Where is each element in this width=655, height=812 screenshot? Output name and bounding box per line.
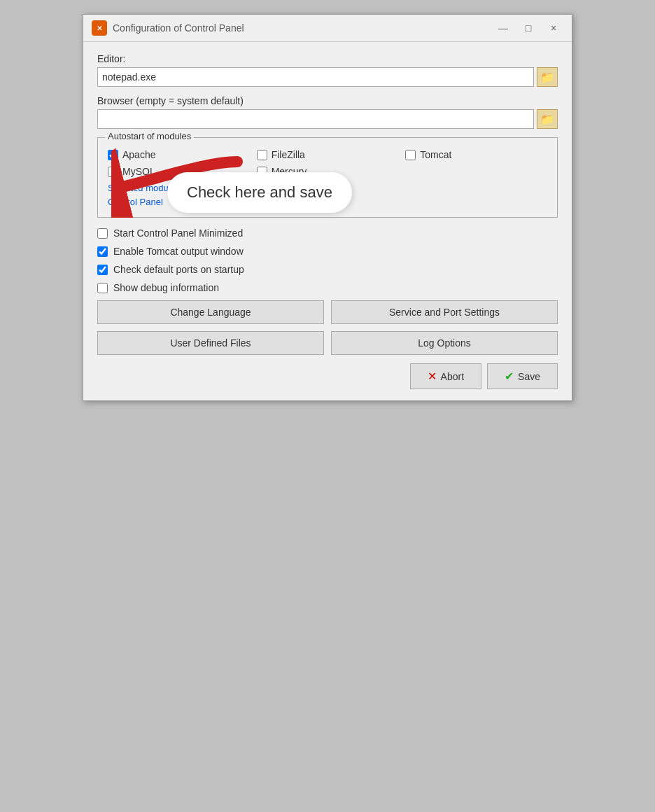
close-button[interactable]: ×	[544, 20, 563, 36]
editor-label: Editor:	[97, 53, 558, 64]
tomcat-label: Tomcat	[420, 149, 451, 160]
tomcat-output-label: Enable Tomcat output window	[113, 246, 244, 257]
editor-input[interactable]	[97, 67, 534, 87]
mysql-label: MySQL	[122, 166, 155, 177]
app-icon: ✕	[92, 20, 107, 36]
minimized-checkbox[interactable]	[97, 228, 108, 239]
browser-label: Browser (empty = system default)	[97, 95, 558, 106]
save-button[interactable]: ✔ Save	[487, 363, 558, 389]
change-language-button[interactable]: Change Language	[97, 300, 324, 324]
browser-row: 📁	[97, 109, 558, 129]
autostart-title: Autostart of modules	[105, 131, 194, 141]
tomcat-checkbox-item[interactable]: Tomcat	[405, 149, 547, 160]
title-bar-controls: — □ ×	[493, 20, 563, 36]
save-check-icon: ✔	[505, 370, 514, 383]
content-area: Editor: 📁 Browser (empty = system defaul…	[83, 42, 572, 400]
minimized-label: Start Control Panel Minimized	[113, 227, 243, 239]
browser-browse-button[interactable]: 📁	[537, 109, 558, 129]
apache-checkbox[interactable]	[108, 150, 118, 160]
user-defined-button[interactable]: User Defined Files	[97, 331, 324, 355]
debug-checkbox-item[interactable]: Show debug information	[97, 282, 558, 293]
apache-checkbox-item[interactable]: Apache	[108, 149, 250, 160]
apache-label: Apache	[122, 149, 155, 160]
main-window: ✕ Configuration of Control Panel — □ × E…	[83, 14, 572, 401]
maximize-button[interactable]: □	[519, 20, 538, 36]
mercury-label: Mercury	[272, 166, 307, 177]
mysql-checkbox-item[interactable]: MySQL	[108, 166, 250, 177]
title-bar-left: ✕ Configuration of Control Panel	[92, 20, 244, 36]
default-ports-label: Check default ports on startup	[113, 264, 244, 275]
save-label: Save	[518, 371, 540, 382]
filezilla-checkbox[interactable]	[257, 150, 267, 160]
autostart-link-text: Selected modules will be started when st…	[108, 181, 547, 209]
window-title: Configuration of Control Panel	[113, 22, 244, 34]
default-ports-checkbox-item[interactable]: Check default ports on startup	[97, 264, 558, 275]
action-buttons: Change Language Service and Port Setting…	[97, 300, 558, 355]
mysql-checkbox[interactable]	[108, 167, 118, 177]
debug-label: Show debug information	[113, 282, 219, 293]
mercury-checkbox[interactable]	[257, 167, 267, 177]
filezilla-label: FileZilla	[272, 149, 305, 160]
log-options-button[interactable]: Log Options	[331, 331, 558, 355]
title-bar: ✕ Configuration of Control Panel — □ ×	[83, 15, 572, 42]
filezilla-checkbox-item[interactable]: FileZilla	[257, 149, 399, 160]
editor-group: Editor: 📁	[97, 53, 558, 87]
editor-browse-button[interactable]: 📁	[537, 67, 558, 87]
modules-grid: Apache FileZilla Tomcat MySQL Mercury	[108, 149, 547, 177]
bottom-buttons: ✕ Abort ✔ Save	[97, 363, 558, 389]
tomcat-output-checkbox[interactable]	[97, 246, 108, 257]
tomcat-checkbox[interactable]	[405, 150, 416, 160]
minimized-checkbox-item[interactable]: Start Control Panel Minimized	[97, 227, 558, 239]
service-port-button[interactable]: Service and Port Settings	[331, 300, 558, 324]
debug-checkbox[interactable]	[97, 283, 108, 293]
browser-group: Browser (empty = system default) 📁	[97, 95, 558, 129]
svg-text:✕: ✕	[97, 24, 102, 32]
browser-input[interactable]	[97, 109, 534, 129]
default-ports-checkbox[interactable]	[97, 265, 108, 275]
abort-x-icon: ✕	[428, 370, 437, 383]
tomcat-output-checkbox-item[interactable]: Enable Tomcat output window	[97, 246, 558, 257]
abort-label: Abort	[441, 371, 464, 382]
editor-row: 📁	[97, 67, 558, 87]
minimize-button[interactable]: —	[493, 20, 513, 36]
mercury-checkbox-item[interactable]: Mercury	[257, 166, 399, 177]
autostart-group: Autostart of modules Apache FileZilla To…	[97, 137, 558, 218]
abort-button[interactable]: ✕ Abort	[410, 363, 481, 389]
